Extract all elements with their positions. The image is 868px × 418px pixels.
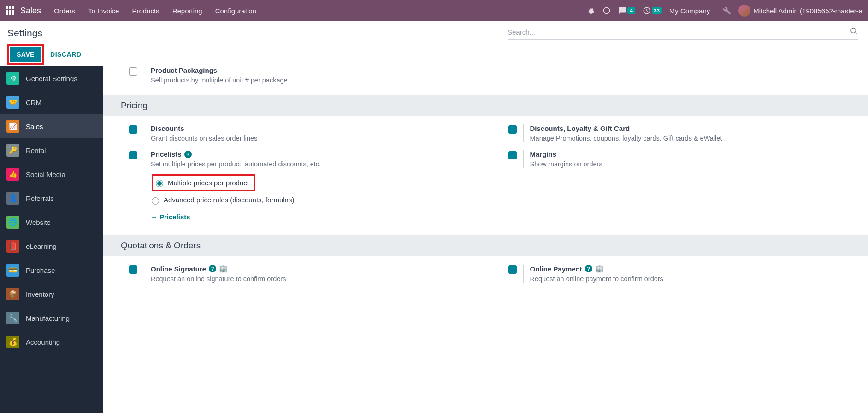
checkbox-loyalty[interactable] [508,125,517,134]
checkbox-packagings[interactable] [129,67,137,76]
save-button[interactable]: SAVE [10,47,41,62]
pricelists-link[interactable]: → Pricelists [151,213,190,221]
setting-title: Product Packagings [151,66,217,74]
setting-online-signature: Online Signature ? 🏢 Request an online s… [129,265,472,283]
setting-packagings: Product Packagings Sell products by mult… [129,66,850,84]
setting-margins: Margins Show margins on orders [508,150,851,221]
radio-advanced-rules-row[interactable]: Advanced price rules (discounts, formula… [152,196,472,205]
support-icon[interactable] [602,6,611,15]
help-icon[interactable]: ? [585,265,592,272]
settings-content: Product Packagings Sell products by mult… [103,66,868,413]
thumbs-up-icon: 👍 [6,168,19,181]
checkbox-margins[interactable] [508,151,517,159]
radio-multiple-prices[interactable] [156,180,163,187]
setting-loyalty: Discounts, Loyalty & Gift Card Manage Pr… [508,124,851,142]
chat-badge: 4 [627,7,635,14]
sidebar-item-manufacturing[interactable]: 🔧Manufacturing [0,306,103,330]
user-name: Mitchell Admin (19085652-master-a [753,7,862,15]
discard-button[interactable]: DISCARD [48,47,83,62]
app-brand[interactable]: Sales [20,6,41,16]
building-icon[interactable]: 🏢 [595,265,604,273]
apps-icon[interactable] [6,6,14,15]
nav-reporting[interactable]: Reporting [172,7,202,15]
nav-products[interactable]: Products [132,7,159,15]
help-icon[interactable]: ? [184,151,192,158]
wrench-icon: 🔧 [6,312,19,324]
setting-desc: Sell products by multiple of unit # per … [151,77,850,84]
book-icon: 📕 [6,240,19,253]
bug-icon[interactable] [587,7,595,15]
avatar [738,5,750,17]
building-icon[interactable]: 🏢 [219,265,228,273]
top-navbar: Sales Orders To Invoice Products Reporti… [0,0,868,21]
sidebar-item-website[interactable]: 🌐Website [0,210,103,234]
page-title: Settings [7,28,42,39]
sidebar-item-inventory[interactable]: 📦Inventory [0,282,103,306]
sidebar-item-accounting[interactable]: 💰Accounting [0,330,103,354]
sidebar-item-referrals[interactable]: 👤Referrals [0,186,103,210]
person-icon: 👤 [6,192,19,205]
radio-highlight: Multiple prices per product [152,174,255,191]
clock-badge: 33 [652,7,662,14]
sidebar-item-crm[interactable]: 🤝CRM [0,90,103,114]
checkbox-discounts[interactable] [129,125,137,134]
chart-icon: 📈 [6,120,19,133]
section-quotations: Quotations & Orders [103,235,868,256]
handshake-icon: 🤝 [6,96,19,109]
nav-orders[interactable]: Orders [54,7,75,15]
setting-pricelists: Pricelists ? Set multiple prices per pro… [129,150,472,221]
clock-icon[interactable]: 33 [643,6,662,15]
chat-icon[interactable]: 4 [618,6,635,15]
checkbox-online-signature[interactable] [129,265,137,274]
checkbox-pricelists[interactable] [129,151,137,159]
svg-point-0 [604,7,610,14]
setting-online-payment: Online Payment ? 🏢 Request an online pay… [508,265,851,283]
svg-point-2 [851,28,856,33]
search-icon[interactable] [850,27,858,37]
card-icon: 💳 [6,264,19,277]
company-switcher[interactable]: My Company [669,7,710,15]
sidebar-item-elearning[interactable]: 📕eLearning [0,234,103,258]
money-icon: 💰 [6,336,19,348]
nav-configuration[interactable]: Configuration [215,7,256,15]
user-menu[interactable]: Mitchell Admin (19085652-master-a [738,5,862,17]
search-input[interactable] [508,28,850,36]
setting-discounts: Discounts Grant discounts on sales order… [129,124,472,142]
radio-advanced-rules[interactable] [152,197,159,205]
sidebar-item-purchase[interactable]: 💳Purchase [0,258,103,282]
tools-icon[interactable] [723,6,731,15]
checkbox-online-payment[interactable] [508,265,517,274]
gear-icon: ⚙ [6,72,19,85]
section-pricing: Pricing [103,95,868,116]
sidebar-item-sales[interactable]: 📈Sales [0,114,103,138]
box-icon: 📦 [6,288,19,300]
save-highlight: SAVE [7,44,44,65]
globe-icon: 🌐 [6,216,19,229]
sidebar-item-social[interactable]: 👍Social Media [0,162,103,186]
sidebar-item-general[interactable]: ⚙General Settings [0,66,103,90]
sidebar-item-rental[interactable]: 🔑Rental [0,138,103,162]
arrow-right-icon: → [151,213,158,221]
control-panel: Settings SAVE DISCARD [0,21,868,66]
settings-sidebar: ⚙General Settings 🤝CRM 📈Sales 🔑Rental 👍S… [0,66,103,413]
help-icon[interactable]: ? [209,265,216,272]
search-bar[interactable] [508,27,858,40]
nav-to-invoice[interactable]: To Invoice [88,7,119,15]
key-icon: 🔑 [6,144,19,157]
